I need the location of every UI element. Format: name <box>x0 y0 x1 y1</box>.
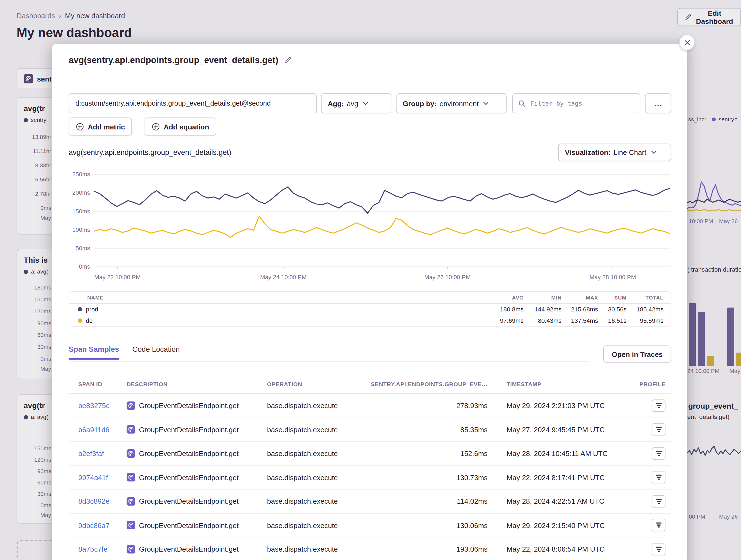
span-operation: base.dispatch.execute <box>267 497 364 505</box>
y-axis-labels: 250ms200ms150ms100ms50ms0ms <box>52 172 90 270</box>
summary-value: 215.68ms <box>561 306 598 313</box>
axis-label: 50ms <box>76 246 90 252</box>
span-operation: base.dispatch.execute <box>267 425 364 433</box>
series-name: de <box>78 317 467 324</box>
axis-label: May 28 10:00 PM <box>590 274 636 281</box>
span-duration: 278.93ms <box>364 402 488 410</box>
table-row: 8a75c7feGroupEventDetailsEndpoint.getbas… <box>69 538 671 560</box>
samples-header-row: SPAN ID DESCRIPTION OPERATION SENTRY.API… <box>69 375 671 394</box>
span-timestamp: May 27, 2024 9:45:45 PM UTC <box>488 425 635 433</box>
span-operation: base.dispatch.execute <box>267 545 364 553</box>
profile-button[interactable] <box>652 423 666 436</box>
sentry-icon <box>127 473 135 482</box>
span-id-link[interactable]: b2ef3faf <box>78 449 127 457</box>
axis-label: May 26 10:00 PM <box>424 274 471 281</box>
profile-button[interactable] <box>652 543 666 555</box>
summary-value: 144.92ms <box>524 306 561 313</box>
span-operation: base.dispatch.execute <box>267 449 364 457</box>
axis-label: May 24 10:00 PM <box>260 274 307 281</box>
aggregation-select[interactable]: Agg: avg <box>321 93 391 113</box>
span-duration: 114.02ms <box>364 497 488 505</box>
profile-button[interactable] <box>652 447 666 460</box>
span-id-link[interactable]: 8a75c7fe <box>78 545 127 553</box>
table-row: 9974a41fGroupEventDetailsEndpoint.getbas… <box>69 466 671 489</box>
axis-label: 0ms <box>79 264 90 270</box>
modal-title: avg(sentry.api.endpoints.group_event_det… <box>69 55 292 66</box>
summary-value: 185.42ms <box>627 306 664 313</box>
visualization-select[interactable]: Visualization: Line Chart <box>558 144 671 161</box>
legend-dot <box>78 307 82 311</box>
span-description: GroupEventDetailsEndpoint.get <box>127 545 267 554</box>
axis-label: 150ms <box>72 209 90 215</box>
add-equation-button[interactable]: Add equation <box>145 117 216 136</box>
span-operation: base.dispatch.execute <box>267 473 364 481</box>
span-id-link[interactable]: 9974a41f <box>78 473 127 481</box>
summary-value: 137.54ms <box>561 317 598 324</box>
tag-filter-input[interactable] <box>529 99 634 107</box>
profile-button[interactable] <box>652 471 666 484</box>
span-duration: 130.73ms <box>364 473 488 481</box>
tab-span-samples[interactable]: Span Samples <box>69 345 119 359</box>
span-id-link[interactable]: be83275c <box>78 402 127 410</box>
close-button[interactable] <box>679 35 695 50</box>
span-samples-table: SPAN ID DESCRIPTION OPERATION SENTRY.API… <box>69 375 671 560</box>
plus-circle-icon <box>76 123 84 131</box>
span-description: GroupEventDetailsEndpoint.get <box>127 449 267 458</box>
profile-button[interactable] <box>652 399 666 412</box>
table-row: b6a911d6GroupEventDetailsEndpoint.getbas… <box>69 418 671 442</box>
plus-circle-icon <box>152 123 160 131</box>
profile-button[interactable] <box>652 519 666 532</box>
overflow-menu-button[interactable]: … <box>645 93 671 113</box>
sentry-icon <box>127 425 135 434</box>
table-row: 9dbc86a7GroupEventDetailsEndpoint.getbas… <box>69 513 671 537</box>
summary-value: 16.51s <box>598 317 627 324</box>
table-row: 8d3c892eGroupEventDetailsEndpoint.getbas… <box>69 490 671 513</box>
span-id-link[interactable]: 8d3c892e <box>78 497 127 505</box>
span-timestamp: May 22, 2024 8:06:54 PM UTC <box>488 545 635 553</box>
profile-button[interactable] <box>652 495 666 507</box>
metric-query-input[interactable] <box>69 93 317 113</box>
span-duration: 130.06ms <box>364 521 488 530</box>
close-icon <box>684 39 690 45</box>
span-operation: base.dispatch.execute <box>267 521 364 530</box>
edit-title-pencil-icon[interactable] <box>284 56 292 64</box>
x-axis-labels: May 22 10:00 PMMay 24 10:00 PMMay 26 10:… <box>94 274 670 282</box>
span-description: GroupEventDetailsEndpoint.get <box>127 473 267 482</box>
add-metric-button[interactable]: Add metric <box>69 117 132 136</box>
sentry-icon <box>127 401 135 410</box>
span-timestamp: May 29, 2024 2:21:03 PM UTC <box>488 402 635 410</box>
search-icon <box>519 100 526 107</box>
summary-value: 95.59ms <box>627 317 664 324</box>
summary-header-row: NAME AVG MIN MAX SUM TOTAL <box>69 292 671 304</box>
summary-row: prod180.8ms144.92ms215.68ms30.56s185.42m… <box>69 304 671 315</box>
axis-label: 200ms <box>72 190 90 196</box>
series-name: prod <box>78 306 467 313</box>
span-duration: 85.35ms <box>364 425 488 433</box>
screen: Dashboards › My new dashboard My new das… <box>0 0 741 560</box>
span-description: GroupEventDetailsEndpoint.get <box>127 521 267 530</box>
group-by-select[interactable]: Group by: environment <box>396 93 507 113</box>
span-description: GroupEventDetailsEndpoint.get <box>127 425 267 434</box>
span-description: GroupEventDetailsEndpoint.get <box>127 401 267 410</box>
span-description: GroupEventDetailsEndpoint.get <box>127 497 267 505</box>
summary-row: de97.69ms80.43ms137.54ms16.51s95.59ms <box>69 315 671 326</box>
tab-code-location[interactable]: Code Location <box>132 345 180 359</box>
summary-value: 30.56s <box>598 306 627 313</box>
open-in-traces-button[interactable]: Open in Traces <box>603 345 671 363</box>
table-row: be83275cGroupEventDetailsEndpoint.getbas… <box>69 394 671 417</box>
sentry-icon <box>127 497 135 505</box>
span-operation: base.dispatch.execute <box>267 402 364 410</box>
sentry-icon <box>127 521 135 530</box>
axis-label: 250ms <box>72 172 90 178</box>
span-timestamp: May 29, 2024 2:15:40 PM UTC <box>488 521 635 530</box>
summary-value: 97.69ms <box>467 317 524 324</box>
summary-value: 80.43ms <box>524 317 561 324</box>
span-timestamp: May 22, 2024 8:17:41 PM UTC <box>488 473 635 481</box>
span-id-link[interactable]: 9dbc86a7 <box>78 521 127 530</box>
metric-line-chart[interactable] <box>94 167 670 270</box>
span-duration: 193.06ms <box>364 545 488 553</box>
chart-series-label: avg(sentry.api.endpoints.group_event_det… <box>69 148 231 157</box>
span-timestamp: May 28, 2024 10:45:11 AM UTC <box>488 449 635 457</box>
span-id-link[interactable]: b6a911d6 <box>78 425 127 433</box>
series-summary-table: NAME AVG MIN MAX SUM TOTAL prod180.8ms14… <box>69 291 671 327</box>
